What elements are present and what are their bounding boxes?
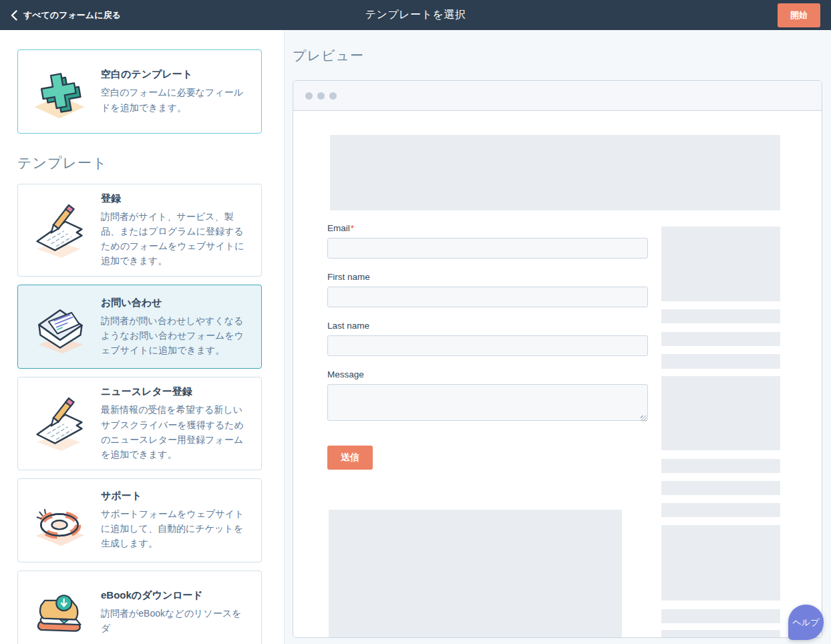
window-dot-icon xyxy=(317,92,325,100)
placeholder-header-block xyxy=(330,135,780,210)
last-name-field-group: Last name xyxy=(327,321,648,356)
placeholder-bar xyxy=(661,481,780,495)
card-title: ニュースレター登録 xyxy=(101,385,251,398)
templates-section-heading: テンプレート xyxy=(17,154,284,172)
card-title: 登録 xyxy=(101,192,251,205)
card-title: 空白のテンプレート xyxy=(101,68,251,81)
email-label: Email* xyxy=(327,223,648,233)
template-sidebar: 空白のテンプレート 空白のフォームに必要なフィールドを追加できます。 テンプレー… xyxy=(0,30,284,644)
email-input[interactable] xyxy=(327,238,648,259)
preview-panel: プレビュー Email* First name xyxy=(284,30,831,644)
first-name-field-group: First name xyxy=(327,272,648,307)
message-textarea[interactable] xyxy=(327,384,648,421)
card-title: eBookのダウンロード xyxy=(101,589,251,602)
window-dot-icon xyxy=(305,92,313,100)
last-name-label: Last name xyxy=(327,321,648,331)
email-field-group: Email* xyxy=(327,223,648,259)
required-asterisk: * xyxy=(351,223,354,233)
first-name-input[interactable] xyxy=(327,287,648,307)
card-ebook-download[interactable]: eBookのダウンロード 訪問者がeBookなどのリソースをダ xyxy=(17,571,262,644)
placeholder-bar xyxy=(661,630,780,637)
card-title: サポート xyxy=(101,490,251,502)
window-dot-icon xyxy=(329,92,337,100)
placeholder-bar xyxy=(661,459,780,473)
plus-3d-icon xyxy=(29,63,90,120)
top-navbar: すべてのフォームに戻る テンプレートを選択 開始 xyxy=(0,0,831,30)
start-button[interactable]: 開始 xyxy=(778,3,820,27)
chevron-left-icon xyxy=(11,10,17,21)
open-envelope-icon xyxy=(29,298,90,355)
placeholder-block xyxy=(661,376,780,450)
card-description: 訪問者がサイト、サービス、製品、またはプログラムに登録するためのフォームをウェブ… xyxy=(101,209,251,268)
books-download-icon xyxy=(29,584,90,641)
back-link-label: すべてのフォームに戻る xyxy=(23,9,121,21)
placeholder-block xyxy=(661,525,780,601)
card-text: 登録 訪問者がサイト、サービス、製品、またはプログラムに登録するためのフォームを… xyxy=(101,192,251,268)
preview-page: Email* First name Last name Message xyxy=(293,111,822,637)
card-description: 訪問者がeBookなどのリソースをダ xyxy=(101,606,251,635)
card-contact[interactable]: お問い合わせ 訪問者が問い合わせしやすくなるようなお問い合わせフォームをウェブサ… xyxy=(17,285,262,369)
card-blank-template[interactable]: 空白のテンプレート 空白のフォームに必要なフィールドを追加できます。 xyxy=(17,49,262,134)
preview-heading: プレビュー xyxy=(293,47,822,65)
card-newsletter[interactable]: ニュースレター登録 最新情報の受信を希望する新しいサブスクライバーを獲得するため… xyxy=(17,377,262,470)
pencil-paper-icon xyxy=(29,202,90,259)
placeholder-block xyxy=(661,226,780,301)
card-title: お問い合わせ xyxy=(101,297,251,309)
card-registration[interactable]: 登録 訪問者がサイト、サービス、製品、またはプログラムに登録するためのフォームを… xyxy=(17,184,262,277)
message-field-group: Message xyxy=(327,369,648,424)
card-text: サポート サポートフォームをウェブサイトに追加して、自動的にチケットを生成します… xyxy=(101,490,251,550)
card-text: お問い合わせ 訪問者が問い合わせしやすくなるようなお問い合わせフォームをウェブサ… xyxy=(101,297,251,357)
help-button[interactable]: ヘルプ xyxy=(788,605,824,640)
card-text: eBookのダウンロード 訪問者がeBookなどのリソースをダ xyxy=(101,589,251,635)
first-name-label: First name xyxy=(327,272,648,282)
lifebuoy-icon xyxy=(29,492,90,549)
placeholder-bar xyxy=(661,503,780,517)
submit-button[interactable]: 送信 xyxy=(327,446,373,470)
preview-browser-window: Email* First name Last name Message xyxy=(293,80,822,638)
page-title: テンプレートを選択 xyxy=(365,8,466,22)
card-text: 空白のテンプレート 空白のフォームに必要なフィールドを追加できます。 xyxy=(101,68,251,114)
placeholder-bar xyxy=(661,332,780,346)
placeholder-bar xyxy=(661,309,780,323)
last-name-input[interactable] xyxy=(327,335,648,356)
card-support[interactable]: サポート サポートフォームをウェブサイトに追加して、自動的にチケットを生成します… xyxy=(17,478,262,562)
main-layout: 空白のテンプレート 空白のフォームに必要なフィールドを追加できます。 テンプレー… xyxy=(0,30,831,644)
card-description: 空白のフォームに必要なフィールドを追加できます。 xyxy=(101,85,251,114)
placeholder-bar xyxy=(661,609,780,623)
pencil-paper-icon xyxy=(29,395,90,452)
placeholder-bar xyxy=(661,354,780,369)
browser-chrome-bar xyxy=(293,81,822,111)
card-description: サポートフォームをウェブサイトに追加して、自動的にチケットを生成します。 xyxy=(101,506,251,550)
card-description: 訪問者が問い合わせしやすくなるようなお問い合わせフォームをウェブサイトに追加でき… xyxy=(101,313,251,357)
card-description: 最新情報の受信を希望する新しいサブスクライバーを獲得するためのニュースレター用登… xyxy=(101,402,251,461)
card-text: ニュースレター登録 最新情報の受信を希望する新しいサブスクライバーを獲得するため… xyxy=(101,385,251,461)
placeholder-content-block xyxy=(329,510,622,637)
message-label: Message xyxy=(327,369,648,379)
back-to-forms-link[interactable]: すべてのフォームに戻る xyxy=(11,9,121,21)
